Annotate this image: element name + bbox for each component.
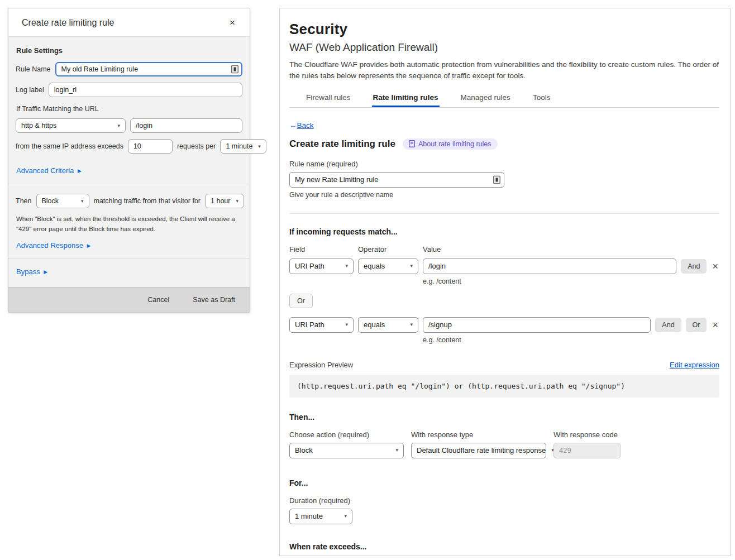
chevron-down-icon: ▾	[410, 322, 413, 327]
page-subtitle: WAF (Web Application Firewall)	[289, 41, 719, 54]
tab-tools[interactable]: Tools	[532, 90, 552, 107]
tab-firewall-rules[interactable]: Firewall rules	[305, 90, 352, 107]
triangle-right-icon: ▶	[78, 168, 82, 174]
action-select[interactable]: Block ▾	[289, 443, 404, 458]
or-connector-button[interactable]: Or	[686, 318, 707, 332]
rule-name-help: Give your rule a descriptive name	[289, 191, 719, 199]
modal-header: Create rate limiting rule ×	[8, 8, 250, 37]
then-heading: Then...	[289, 413, 719, 422]
triangle-right-icon: ▶	[87, 243, 91, 248]
field-select[interactable]: URI Path ▾	[289, 259, 354, 274]
chevron-down-icon: ▾	[345, 264, 348, 269]
exceeds-prefix-text: from the same IP address exceeds	[16, 142, 123, 150]
field-select[interactable]: URI Path ▾	[289, 317, 354, 333]
chevron-down-icon: ▾	[236, 199, 238, 204]
triangle-right-icon: ▶	[44, 269, 47, 275]
section-divider	[289, 213, 719, 214]
rule-name-label: Rule name (required)	[289, 160, 719, 168]
then-section: Then... Choose action (required) Block ▾…	[289, 413, 719, 458]
autofill-icon[interactable]	[231, 65, 238, 74]
modal-title: Create rate limiting rule	[22, 18, 114, 28]
chevron-down-icon: ▾	[81, 199, 84, 204]
bypass-link[interactable]: Bypass ▶	[16, 267, 47, 276]
save-as-draft-button[interactable]: Save as Draft	[193, 296, 235, 304]
block-note-text: When "Block" is set, when the threshold …	[16, 214, 242, 234]
expression-code: (http.request.uri.path eq "/login") or (…	[289, 375, 719, 398]
period-select[interactable]: 1 minute ▾	[220, 139, 266, 154]
rule-name-input[interactable]	[289, 172, 504, 188]
chevron-down-icon: ▾	[117, 123, 120, 128]
expression-preview-label: Expression Preview	[289, 361, 353, 369]
duration-select[interactable]: 1 minute ▾	[289, 509, 352, 524]
response-code-input	[553, 443, 621, 458]
for-heading: For...	[289, 478, 719, 487]
operator-select[interactable]: equals ▾	[358, 317, 418, 333]
rule-name-input[interactable]	[55, 62, 242, 76]
value-input[interactable]	[423, 259, 676, 274]
tab-rate-limiting-rules[interactable]: Rate limiting rules	[372, 90, 440, 107]
match-row: URI Path ▾ equals ▾ And Or ×	[289, 317, 719, 333]
operator-select[interactable]: equals ▾	[358, 259, 418, 274]
create-rule-heading: Create rate limiting rule	[289, 138, 395, 150]
doc-icon	[409, 140, 415, 147]
value-column-label: Value	[423, 245, 441, 253]
chevron-down-icon: ▾	[410, 264, 413, 269]
response-type-label: With response type	[411, 430, 546, 439]
close-icon[interactable]: ×	[228, 18, 236, 27]
waf-tab-bar: Firewall rules Rate limiting rules Manag…	[289, 90, 719, 108]
scheme-select[interactable]: http & https ▾	[16, 118, 126, 133]
and-connector-button[interactable]: And	[655, 318, 681, 332]
then-suffix-text: matching traffic from that visitor for	[94, 197, 201, 205]
create-rate-limiting-rule-modal: Create rate limiting rule × Rule Setting…	[8, 8, 250, 313]
or-connector-button[interactable]: Or	[289, 294, 313, 308]
advanced-response-link[interactable]: Advanced Response ▶	[16, 241, 91, 250]
traffic-match-label: If Traffic Matching the URL	[16, 105, 242, 113]
then-section: Then Block ▾ matching traffic from that …	[8, 184, 250, 259]
edit-expression-link[interactable]: Edit expression	[670, 361, 719, 369]
match-row: URI Path ▾ equals ▾ And ×	[289, 259, 719, 274]
value-hint: e.g. /content	[423, 277, 719, 285]
chevron-down-icon: ▾	[344, 514, 347, 519]
value-input[interactable]	[423, 317, 651, 333]
response-code-label: With response code	[553, 430, 621, 439]
action-select[interactable]: Block ▾	[36, 194, 89, 208]
chevron-down-icon: ▾	[345, 322, 348, 327]
page-title: Security	[289, 21, 719, 38]
block-duration-select[interactable]: 1 hour ▾	[205, 194, 244, 208]
bypass-section: Bypass ▶	[8, 259, 250, 287]
rule-settings-heading: Rule Settings	[16, 46, 242, 55]
back-arrow-icon: ←	[289, 121, 297, 130]
cancel-button[interactable]: Cancel	[147, 296, 169, 304]
then-label: Then	[16, 197, 32, 205]
duration-label: Duration (required)	[289, 496, 719, 505]
back-link[interactable]: ←Back	[289, 121, 314, 130]
chevron-down-icon: ▾	[258, 144, 261, 149]
for-section: For... Duration (required) 1 minute ▾	[289, 478, 719, 524]
and-connector-button[interactable]: And	[681, 259, 707, 274]
requests-input[interactable]	[128, 139, 173, 154]
tab-managed-rules[interactable]: Managed rules	[460, 90, 512, 107]
url-input[interactable]	[130, 118, 242, 133]
waf-description: The Cloudflare WAF provides both automat…	[289, 59, 719, 82]
modal-footer: Cancel Save as Draft	[8, 287, 250, 312]
operator-column-label: Operator	[358, 245, 418, 253]
choose-action-label: Choose action (required)	[289, 430, 404, 439]
about-rate-limiting-badge[interactable]: About rate limiting rules	[403, 138, 498, 150]
field-column-label: Field	[289, 245, 354, 253]
match-heading: If incoming requests match...	[289, 227, 719, 236]
log-label-input[interactable]	[49, 83, 242, 97]
chevron-down-icon: ▾	[395, 448, 398, 453]
remove-row-icon[interactable]: ×	[711, 261, 719, 271]
autofill-icon[interactable]	[493, 175, 500, 184]
rate-heading: When rate exceeds...	[289, 542, 719, 551]
rule-settings-section: Rule Settings Rule Name Log label If Tra…	[8, 37, 250, 184]
value-hint: e.g. /content	[423, 336, 719, 344]
rate-section: When rate exceeds... Requests (required)…	[289, 542, 719, 560]
log-label-label: Log label	[16, 86, 44, 94]
rule-name-label: Rule Name	[16, 65, 51, 73]
security-waf-panel: Security WAF (Web Application Firewall) …	[279, 8, 731, 556]
response-type-select[interactable]: Default Cloudflare rate limiting respons…	[411, 443, 546, 458]
advanced-criteria-link[interactable]: Advanced Criteria ▶	[16, 166, 82, 175]
remove-row-icon[interactable]: ×	[711, 320, 719, 330]
exceeds-suffix-text: requests per	[177, 142, 216, 150]
